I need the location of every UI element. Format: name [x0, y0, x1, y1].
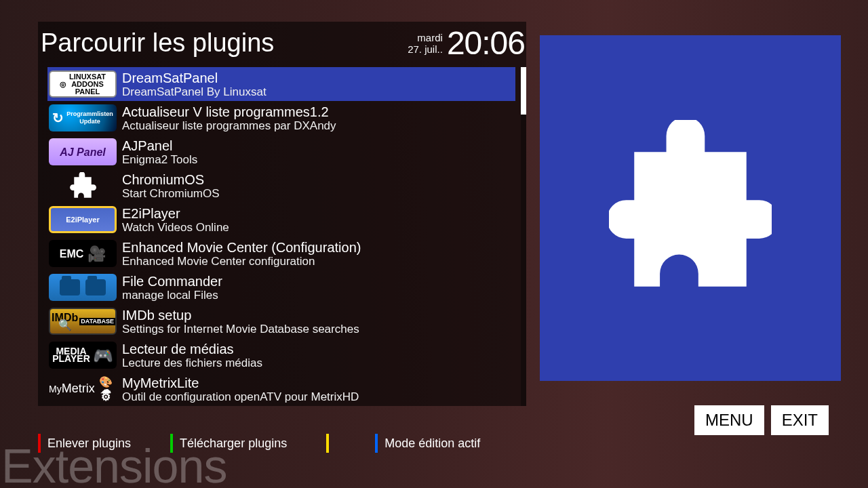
menu-button[interactable]: MENU [694, 405, 764, 435]
list-item[interactable]: E2iPlayer E2iPlayer Watch Videos Online [47, 203, 515, 237]
plugin-icon-slot: EMC🎥 [47, 239, 118, 268]
plugin-list[interactable]: ◎LINUXSATADDONSPANEL DreamSatPanel Dream… [47, 67, 515, 406]
list-item-desc: Start ChromiumOS [122, 187, 515, 200]
list-item-title: E2iPlayer [122, 206, 515, 221]
clock: 20:06 [447, 24, 525, 62]
list-item-desc: Enhanced Movie Center configuration [122, 255, 515, 268]
preview-panel [540, 35, 841, 381]
list-item-text: Enhanced Movie Center (Configuration) En… [122, 240, 515, 268]
list-item-title: AJPanel [122, 138, 515, 153]
list-item-desc: Enigma2 Tools [122, 153, 515, 166]
header: Parcourir les plugins mardi 27. juil.. 2… [38, 22, 526, 67]
plugin-icon-slot: MyMetrix🎨 ☁ ⚙ [47, 374, 118, 404]
datetime-block: mardi 27. juil.. 20:06 [408, 24, 526, 62]
plugin-icon-slot: ↻ProgrammlistenUpdate [47, 103, 118, 133]
list-item-title: Enhanced Movie Center (Configuration) [122, 240, 515, 255]
list-item-title: ChromiumOS [122, 172, 515, 187]
legend-item[interactable] [326, 434, 375, 453]
list-item-text: Actualiseur V liste programmes1.2 Actual… [122, 104, 515, 132]
list-item-text: E2iPlayer Watch Videos Online [122, 206, 515, 234]
plugin-icon-slot: AJ Panel [47, 137, 118, 167]
puzzle-icon [49, 172, 117, 199]
list-item-title: Actualiseur V liste programmes1.2 [122, 104, 515, 119]
list-item-title: File Commander [122, 274, 515, 289]
date: 27. juil.. [408, 43, 443, 55]
action-buttons: MENU EXIT [694, 405, 829, 435]
linuxsat-icon: ◎LINUXSATADDONSPANEL [49, 70, 117, 98]
program-update-icon: ↻ProgrammlistenUpdate [49, 104, 117, 131]
list-item[interactable]: AJ Panel AJPanel Enigma2 Tools [47, 135, 515, 169]
e2iplayer-icon: E2iPlayer [49, 206, 117, 233]
list-item-text: DreamSatPanel DreamSatPanel By Linuxsat [122, 70, 515, 98]
list-item[interactable]: MyMetrix🎨 ☁ ⚙ MyMetrixLite Outil de conf… [47, 372, 515, 406]
list-item[interactable]: ChromiumOS Start ChromiumOS [47, 169, 515, 203]
file-commander-icon [49, 274, 117, 301]
puzzle-icon [609, 120, 772, 296]
list-item[interactable]: MEDIAPLAYER🎮 Lecteur de médias Lecture d… [47, 338, 515, 372]
list-item-title: MyMetrixLite [122, 375, 515, 390]
list-item[interactable]: File Commander manage local Files [47, 270, 515, 304]
main-panel: Parcourir les plugins mardi 27. juil.. 2… [38, 22, 526, 406]
list-item-text: Lecteur de médias Lecture des fichiers m… [122, 342, 515, 369]
ajpanel-icon: AJ Panel [49, 138, 117, 165]
screen-section-title: Extensions [1, 439, 226, 488]
list-item-title: Lecteur de médias [122, 342, 515, 357]
list-item-desc: DreamSatPanel By Linuxsat [122, 85, 515, 98]
scrollbar-thumb[interactable] [521, 67, 526, 115]
date-text: mardi 27. juil.. [408, 32, 443, 55]
list-item[interactable]: IMDb🔍DATABASE IMDb setup Settings for In… [47, 304, 515, 338]
list-item-desc: Watch Videos Online [122, 221, 515, 234]
plugin-icon-slot: E2iPlayer [47, 205, 118, 235]
mymetrix-icon: MyMetrix🎨 ☁ ⚙ [49, 375, 117, 403]
exit-button[interactable]: EXIT [771, 405, 829, 435]
list-item-text: ChromiumOS Start ChromiumOS [122, 172, 515, 200]
media-player-icon: MEDIAPLAYER🎮 [49, 342, 117, 369]
list-item-desc: Actualiseur liste programmes par DXAndy [122, 119, 515, 132]
imdb-icon: IMDb🔍DATABASE [49, 308, 117, 335]
list-item[interactable]: ◎LINUXSATADDONSPANEL DreamSatPanel Dream… [47, 67, 515, 101]
list-item-text: File Commander manage local Files [122, 274, 515, 302]
list-item-text: AJPanel Enigma2 Tools [122, 138, 515, 166]
list-item-text: IMDb setup Settings for Internet Movie D… [122, 308, 515, 336]
list-item-text: MyMetrixLite Outil de configuration open… [122, 375, 515, 403]
plugin-icon-slot: MEDIAPLAYER🎮 [47, 340, 118, 370]
plugin-icon-slot [47, 272, 118, 302]
legend-label: Mode édition actif [378, 436, 519, 451]
legend-color-bar [326, 434, 329, 453]
emc-icon: EMC🎥 [49, 240, 117, 267]
page-title: Parcourir les plugins [38, 28, 274, 58]
legend-item[interactable]: Mode édition actif [375, 434, 519, 453]
weekday: mardi [408, 32, 443, 43]
list-item-desc: Lecture des fichiers médias [122, 357, 515, 369]
list-item[interactable]: EMC🎥 Enhanced Movie Center (Configuratio… [47, 237, 515, 270]
list-item[interactable]: ↻ProgrammlistenUpdate Actualiseur V list… [47, 101, 515, 135]
plugin-icon-slot [47, 171, 118, 201]
list-item-desc: manage local Files [122, 289, 515, 302]
plugin-list-wrap: ◎LINUXSATADDONSPANEL DreamSatPanel Dream… [38, 67, 526, 406]
list-item-desc: Settings for Internet Movie Database sea… [122, 323, 515, 336]
list-item-title: IMDb setup [122, 308, 515, 323]
plugin-icon-slot: IMDb🔍DATABASE [47, 306, 118, 336]
scrollbar[interactable] [521, 67, 526, 406]
plugin-icon-slot: ◎LINUXSATADDONSPANEL [47, 69, 118, 99]
list-item-title: DreamSatPanel [122, 70, 515, 85]
list-item-desc: Outil de configuration openATV pour Metr… [122, 390, 515, 403]
